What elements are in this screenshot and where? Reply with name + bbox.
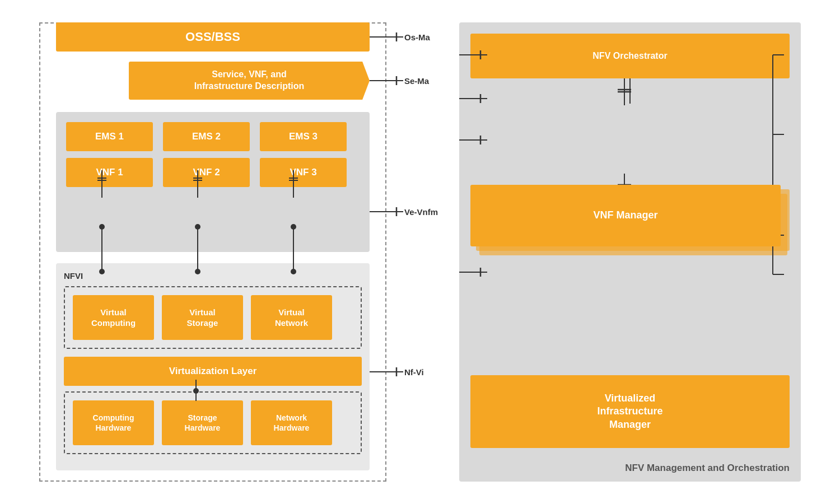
nf-vi-label: Nf-Vi — [404, 367, 424, 377]
vnfm-stack: VNF Manager — [470, 185, 790, 263]
virtual-network-label: Virtual Network — [275, 307, 308, 329]
ems2-label: EMS 2 — [192, 130, 221, 143]
vnf3-label: VNF 3 — [290, 166, 316, 179]
service-vnf-label: Service, VNF, and Infrastructure Descrip… — [194, 69, 304, 92]
virtual-storage-box: Virtual Storage — [162, 295, 243, 340]
virtual-computing-label: Virtual Computing — [91, 307, 136, 329]
ems3-box: EMS 3 — [260, 122, 347, 151]
ems2-box: EMS 2 — [163, 122, 250, 151]
virtualization-layer-label: Virtualization Layer — [169, 365, 257, 377]
ve-vnfm-label: Ve-Vnfm — [404, 207, 438, 217]
hardware-resources-box: Computing Hardware Storage Hardware Netw… — [64, 391, 362, 454]
computing-hardware-box: Computing Hardware — [73, 400, 154, 445]
mano-label: NFV Management and Orchestration — [625, 463, 790, 474]
virtual-computing-box: Virtual Computing — [73, 295, 154, 340]
nfvi-label: NFVI — [64, 271, 362, 281]
nfvo-label: NFV Orchestrator — [592, 50, 667, 62]
computing-hardware-label: Computing Hardware — [93, 413, 134, 433]
vnfm-label: VNF Manager — [593, 209, 657, 222]
storage-hardware-label: Storage Hardware — [185, 413, 221, 433]
vim-box: Virtualized Infrastructure Manager — [470, 375, 790, 448]
oss-bss-box: OSS/BSS — [56, 22, 370, 52]
oss-bss-label: OSS/BSS — [185, 29, 240, 45]
network-hardware-label: Network Hardware — [274, 413, 310, 433]
vnf1-label: VNF 1 — [96, 166, 123, 179]
mano-panel: NFV Orchestrator VNF Manager Virtualized… — [459, 22, 801, 482]
storage-hardware-box: Storage Hardware — [162, 400, 243, 445]
se-ma-label: Se-Ma — [404, 76, 429, 86]
ems1-label: EMS 1 — [95, 130, 124, 143]
os-ma-label: Os-Ma — [404, 32, 430, 42]
vnf1-box: VNF 1 — [66, 158, 153, 187]
vnf2-label: VNF 2 — [193, 166, 220, 179]
vnf3-box: VNF 3 — [260, 158, 347, 187]
virtual-storage-label: Virtual Storage — [187, 307, 218, 329]
network-hardware-box: Network Hardware — [251, 400, 332, 445]
virtual-resources-box: Virtual Computing Virtual Storage Virtua… — [64, 286, 362, 349]
ems1-box: EMS 1 — [66, 122, 153, 151]
service-vnf-box: Service, VNF, and Infrastructure Descrip… — [129, 62, 370, 100]
vnf2-box: VNF 2 — [163, 158, 250, 187]
vim-label: Virtualized Infrastructure Manager — [597, 392, 662, 431]
virtual-network-box: Virtual Network — [251, 295, 332, 340]
vnfm-box: VNF Manager — [470, 185, 781, 246]
nfvi-container: NFVI Virtual Computing Virtual Storage V… — [56, 263, 370, 470]
virtualization-layer-box: Virtualization Layer — [64, 357, 362, 386]
vnf-ems-container: EMS 1 EMS 2 EMS 3 VNF 1 VNF 2 VNF 3 — [56, 112, 370, 252]
ems3-label: EMS 3 — [289, 130, 318, 143]
nfvo-box: NFV Orchestrator — [470, 34, 790, 78]
